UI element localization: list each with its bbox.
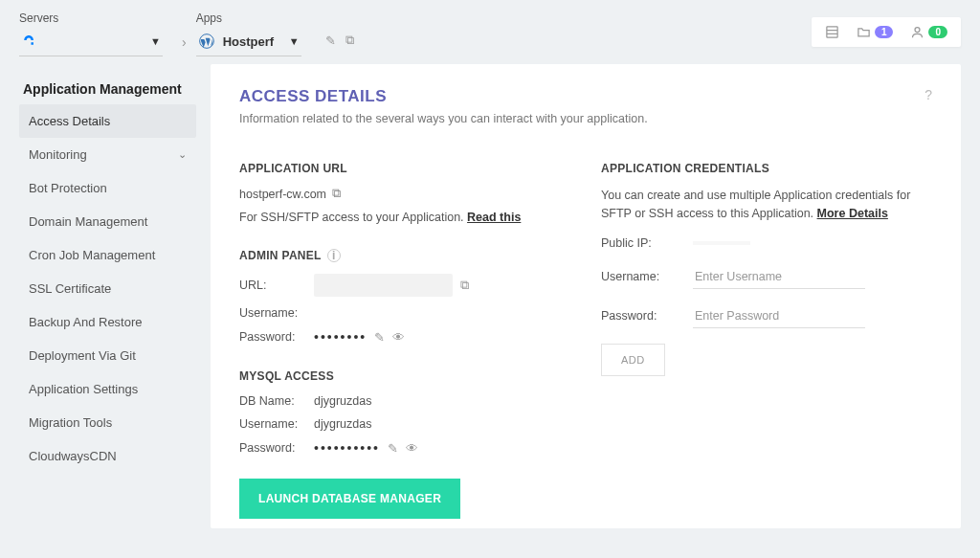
topbar: Servers ▼ › Apps Hostperf ▼ ✎ ⧉ 1 — [0, 0, 980, 64]
user-badge: 0 — [928, 26, 947, 38]
app-actions: ✎ ⧉ — [321, 33, 359, 48]
admin-password-mask: •••••••• — [314, 329, 367, 345]
mysql-dbname-value: djygruzdas — [314, 394, 371, 408]
nav-ssl[interactable]: SSL Certificate — [19, 272, 196, 305]
server-selector[interactable]: ▼ — [19, 29, 163, 56]
admin-url-value — [314, 274, 453, 297]
username-input[interactable] — [693, 265, 865, 289]
external-link-icon[interactable]: ⧉ — [332, 187, 341, 201]
apps-crumb: Apps Hostperf ▼ — [196, 11, 301, 56]
application-url-section: APPLICATION URL hostperf-cw.com ⧉ For SS… — [239, 162, 570, 224]
projects-badge: 1 — [875, 26, 894, 38]
digitalocean-icon — [21, 33, 38, 50]
wordpress-icon — [198, 33, 215, 50]
launch-db-manager-button[interactable]: LAUNCH DATABASE MANAGER — [239, 479, 460, 519]
eye-icon[interactable]: 👁 — [392, 330, 405, 345]
mysql-title: MYSQL ACCESS — [239, 369, 570, 383]
external-link-icon[interactable]: ⧉ — [460, 278, 469, 293]
app-url-row: hostperf-cw.com ⧉ — [239, 187, 570, 201]
eye-icon[interactable]: 👁 — [406, 441, 418, 456]
edit-icon[interactable]: ✎ — [325, 33, 336, 48]
password-input[interactable] — [693, 304, 865, 328]
nav-app-settings[interactable]: Application Settings — [19, 372, 196, 406]
right-column: APPLICATION CREDENTIALS You can create a… — [601, 162, 932, 528]
mysql-dbname-row: DB Name: djygruzdas — [239, 394, 570, 408]
main-header: ACCESS DETAILS Information related to th… — [239, 87, 932, 125]
help-icon[interactable]: ? — [924, 87, 932, 102]
cred-username-row: Username: — [601, 265, 932, 289]
nav-domain-management[interactable]: Domain Management — [19, 205, 196, 238]
external-link-icon[interactable]: ⧉ — [345, 33, 354, 48]
nav-monitoring[interactable]: Monitoring⌄ — [19, 138, 196, 171]
mysql-password-row: Password: •••••••••• ✎ 👁 — [239, 440, 570, 456]
svg-point-4 — [915, 28, 920, 33]
cred-password-row: Password: — [601, 304, 932, 328]
app-url-title: APPLICATION URL — [239, 162, 570, 175]
sidebar: Application Management Access Details Mo… — [19, 64, 196, 528]
nav-deployment-git[interactable]: Deployment Via Git — [19, 339, 196, 372]
nav-bot-protection[interactable]: Bot Protection — [19, 171, 196, 205]
ssh-note: For SSH/SFTP access to your Application.… — [239, 211, 570, 224]
caret-down-icon: ▼ — [150, 35, 161, 47]
add-button[interactable]: ADD — [601, 344, 665, 376]
read-this-link[interactable]: Read this — [467, 211, 521, 224]
app-selector[interactable]: Hostperf ▼ — [196, 29, 301, 56]
edit-icon[interactable]: ✎ — [374, 330, 385, 345]
credentials-lead: You can create and use multiple Applicat… — [601, 187, 932, 223]
mysql-section: MYSQL ACCESS DB Name: djygruzdas Usernam… — [239, 369, 570, 519]
left-column: APPLICATION URL hostperf-cw.com ⧉ For SS… — [239, 162, 570, 528]
info-icon[interactable]: i — [327, 249, 341, 262]
main-panel: ACCESS DETAILS Information related to th… — [211, 64, 961, 528]
app-url-value[interactable]: hostperf-cw.com — [239, 188, 326, 201]
app-name: Hostperf — [223, 34, 281, 49]
mysql-username-value: djygruzdas — [314, 417, 371, 431]
content-columns: APPLICATION URL hostperf-cw.com ⧉ For SS… — [239, 162, 932, 528]
admin-panel-title: ADMIN PANELi — [239, 249, 570, 262]
grid-view-button[interactable] — [825, 25, 839, 39]
nav-cloudways-cdn[interactable]: CloudwaysCDN — [19, 439, 196, 473]
public-ip-row: Public IP: — [601, 236, 932, 250]
nav-access-details[interactable]: Access Details — [19, 104, 196, 138]
sidebar-title: Application Management — [19, 81, 196, 97]
user-menu[interactable]: 0 — [910, 25, 947, 39]
servers-label: Servers — [19, 11, 163, 25]
more-details-link[interactable]: More Details — [817, 207, 888, 220]
caret-down-icon: ▼ — [289, 35, 300, 47]
layout: Application Management Access Details Mo… — [0, 64, 980, 538]
public-ip-value — [693, 241, 750, 245]
admin-panel-section: ADMIN PANELi URL: ⧉ Username: Password: … — [239, 249, 570, 345]
credentials-title: APPLICATION CREDENTIALS — [601, 162, 932, 175]
nav-backup-restore[interactable]: Backup And Restore — [19, 305, 196, 339]
edit-icon[interactable]: ✎ — [388, 441, 398, 456]
admin-password-row: Password: •••••••• ✎ 👁 — [239, 329, 570, 345]
chevron-down-icon: ⌄ — [178, 148, 187, 161]
chevron-right-icon: › — [182, 34, 187, 50]
header-toolbar: 1 0 — [812, 17, 961, 47]
apps-label: Apps — [196, 11, 301, 25]
page-subtitle: Information related to the several ways … — [239, 112, 648, 125]
admin-username-row: Username: — [239, 306, 570, 320]
mysql-username-row: Username: djygruzdas — [239, 417, 570, 431]
projects-button[interactable]: 1 — [857, 25, 894, 39]
svg-rect-1 — [827, 27, 837, 37]
page-title: ACCESS DETAILS — [239, 87, 648, 106]
nav-migration-tools[interactable]: Migration Tools — [19, 406, 196, 439]
mysql-password-mask: •••••••••• — [314, 440, 380, 456]
nav-cron-job[interactable]: Cron Job Management — [19, 238, 196, 272]
admin-url-row: URL: ⧉ — [239, 274, 570, 297]
servers-crumb: Servers ▼ — [19, 11, 163, 56]
